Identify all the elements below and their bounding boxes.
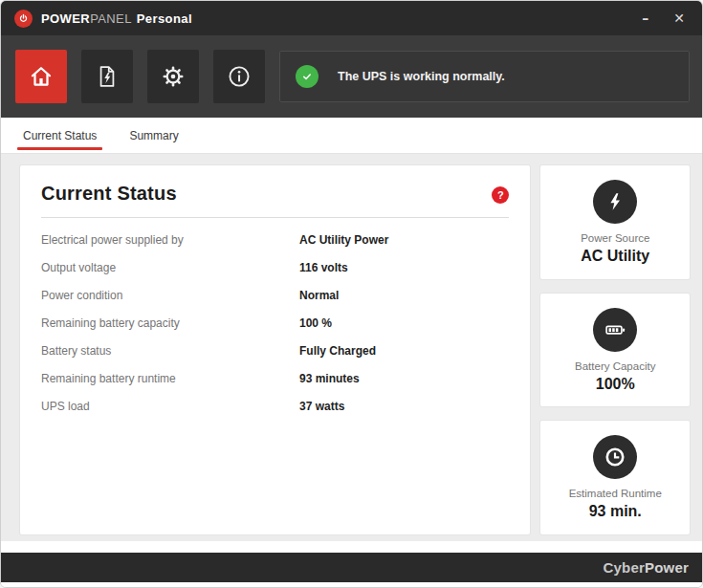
close-button[interactable]: ✕ (670, 10, 689, 27)
toolbar-button-about[interactable] (213, 50, 265, 103)
status-row: Output voltage 116 volts (41, 253, 509, 281)
card-value: AC Utility (581, 248, 649, 265)
row-value: 37 watts (299, 400, 344, 413)
footer-bar: CyberPower (1, 553, 702, 582)
card-label: Estimated Runtime (569, 488, 662, 499)
row-label: Remaining battery runtime (41, 372, 299, 385)
status-banner: The UPS is working normally. (279, 51, 690, 102)
app-window: POWERPANELPersonal – ✕ (0, 0, 703, 588)
card-label: Battery Capacity (575, 360, 655, 372)
row-label: Battery status (41, 344, 299, 358)
current-status-panel: Current Status ? Electrical power suppli… (20, 165, 530, 534)
row-value: Fully Charged (299, 344, 376, 358)
event-log-icon (94, 63, 121, 90)
row-value: Normal (299, 289, 339, 302)
help-icon: ? (497, 189, 504, 201)
card-power-source: Power Source AC Utility (540, 165, 690, 279)
cyberpower-logo-cyber: Cyber (603, 559, 645, 576)
row-value: AC Utility Power (299, 233, 388, 247)
row-label: Remaining battery capacity (41, 316, 299, 330)
status-row: Battery status Fully Charged (41, 337, 509, 364)
help-button[interactable]: ? (492, 186, 509, 204)
row-label: Power condition (41, 289, 299, 302)
status-row: Electrical power supplied by AC Utility … (41, 226, 509, 253)
cyberpower-logo: CyberPower (603, 559, 689, 576)
panel-divider (41, 217, 509, 218)
toolbar-button-event-log[interactable] (81, 50, 133, 103)
card-estimated-runtime: Estimated Runtime 93 min. (540, 421, 690, 534)
minimize-icon: – (642, 11, 648, 26)
status-rows: Electrical power supplied by AC Utility … (41, 226, 509, 420)
status-row: Remaining battery runtime 93 minutes (41, 364, 509, 392)
window-bottom-edge (1, 582, 702, 587)
status-message: The UPS is working normally. (338, 70, 505, 83)
row-value: 100 % (299, 316, 332, 330)
bolt-icon (593, 180, 637, 224)
row-label: UPS load (41, 400, 299, 413)
panel-title: Current Status (41, 183, 177, 205)
row-label: Electrical power supplied by (41, 233, 299, 247)
cyberpower-logo-power: Power (645, 559, 689, 576)
tab-summary[interactable]: Summary (126, 118, 181, 153)
close-icon: ✕ (673, 11, 685, 26)
row-label: Output voltage (41, 261, 299, 274)
app-title-panel: PANEL (90, 11, 132, 26)
toolbar: The UPS is working normally. (1, 35, 702, 118)
info-icon (226, 63, 253, 90)
app-title-power: POWER (41, 11, 90, 26)
status-row: UPS load 37 watts (41, 392, 509, 420)
toolbar-button-home[interactable] (15, 50, 67, 103)
summary-cards: Power Source AC Utility Battery Capacity… (540, 165, 690, 534)
home-icon (27, 62, 55, 91)
panel-header: Current Status ? (41, 183, 509, 205)
toolbar-button-settings[interactable] (147, 50, 199, 103)
status-row: Power condition Normal (41, 281, 509, 309)
card-battery-capacity: Battery Capacity 100% (540, 294, 690, 407)
battery-icon (593, 308, 637, 352)
minimize-button[interactable]: – (638, 10, 652, 27)
titlebar: POWERPANELPersonal – ✕ (1, 1, 702, 35)
check-icon (296, 65, 319, 88)
row-value: 93 minutes (299, 372, 360, 385)
row-value: 116 volts (299, 261, 348, 274)
gear-icon (160, 63, 187, 90)
card-value: 93 min. (589, 503, 642, 520)
tab-bar: Current Status Summary (1, 118, 702, 154)
app-title: POWERPANELPersonal (41, 11, 192, 26)
status-row: Remaining battery capacity 100 % (41, 309, 509, 337)
tab-current-status[interactable]: Current Status (20, 118, 99, 153)
powerpanel-logo-icon (14, 10, 33, 28)
clock-icon (593, 435, 637, 479)
content-area: Current Status ? Electrical power suppli… (1, 154, 702, 541)
card-value: 100% (596, 376, 635, 393)
app-title-personal: Personal (137, 11, 192, 26)
window-controls: – ✕ (638, 10, 689, 27)
card-label: Power Source (581, 232, 649, 244)
